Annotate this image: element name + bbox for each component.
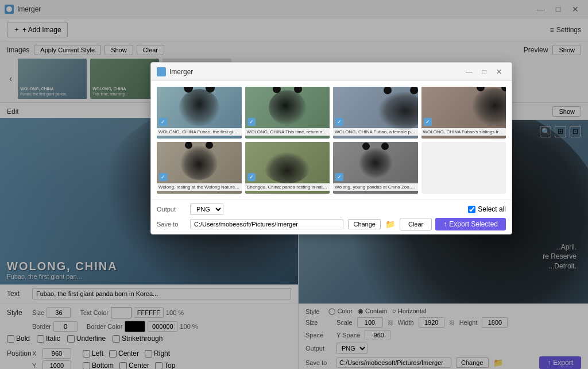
modal-export-selected-button[interactable]: ↑ Export Selected <box>435 218 506 230</box>
modal-thumb-4[interactable]: WOLONG, CHINA Fubao's siblings from Sich… <box>421 87 506 139</box>
modal-caption-1: WOLONG, CHINA Fubao, the first giant pan… <box>157 128 242 136</box>
modal-image-grid: WOLONG, CHINA Fubao, the first giant pan… <box>151 81 512 199</box>
modal-thumb-2[interactable]: WOLONG, CHINA This time, returning with … <box>245 87 330 139</box>
modal-caption-2: WOLONG, CHINA This time, returning with … <box>245 128 330 136</box>
modal-check-3 <box>335 118 343 126</box>
modal-folder-icon[interactable]: 📁 <box>385 220 395 229</box>
modal-thumb-6[interactable]: Chengdu, China: panda resting in nature … <box>245 142 330 194</box>
modal-thumb-5[interactable]: Wolong, resting at the Wolong Nature Res… <box>157 142 242 194</box>
modal-maximize-button[interactable]: □ <box>477 65 491 79</box>
modal-title-bar: Imerger — □ ✕ <box>151 63 512 81</box>
modal-output-label: Output <box>157 206 185 213</box>
modal-thumb-1[interactable]: WOLONG, CHINA Fubao, the first giant pan… <box>157 87 242 139</box>
modal-check-2 <box>247 118 256 126</box>
modal-minimize-button[interactable]: — <box>462 65 476 79</box>
modal-close-button[interactable]: ✕ <box>492 65 506 79</box>
modal-change-button[interactable]: Change <box>348 219 381 229</box>
modal-export-icon: ↑ <box>443 220 447 228</box>
modal-thumb-7[interactable]: Wolong, young pandas at China Zoo, Mei t… <box>333 142 418 194</box>
modal-dialog: Imerger — □ ✕ WOLONG, CHINA Fubao, the f… <box>150 62 512 235</box>
modal-app-icon <box>157 67 166 76</box>
modal-caption-5: Wolong, resting at the Wolong Nature Res… <box>157 183 242 191</box>
modal-check-5 <box>159 173 167 181</box>
modal-thumb-3[interactable]: WOLONG, CHINA Fubao, a female panda born… <box>333 87 418 139</box>
modal-save-path-input[interactable] <box>190 219 343 229</box>
modal-overlay[interactable]: Imerger — □ ✕ WOLONG, CHINA Fubao, the f… <box>0 0 588 369</box>
modal-caption-7: Wolong, young pandas at China Zoo, Mei t… <box>333 183 418 191</box>
modal-caption-4: WOLONG, CHINA Fubao's siblings from Sich… <box>421 128 506 136</box>
modal-output-select[interactable]: PNG JPG <box>190 203 223 215</box>
modal-check-7 <box>335 173 343 181</box>
modal-export-label: Export Selected <box>449 220 498 228</box>
modal-save-to-label: Save to <box>157 221 185 228</box>
modal-title: Imerger <box>169 68 193 76</box>
select-all-label: Select all <box>478 205 506 213</box>
modal-check-4 <box>424 118 432 126</box>
select-all-checkbox[interactable] <box>468 206 475 213</box>
modal-clear-button[interactable]: Clear <box>400 218 432 230</box>
modal-caption-6: Chengdu, China: panda resting in nature … <box>245 183 330 191</box>
modal-thumb-empty <box>421 142 506 194</box>
modal-check-1 <box>159 118 167 126</box>
modal-check-6 <box>247 173 256 181</box>
modal-bottom: Output PNG JPG Select all Save to Change… <box>151 199 512 234</box>
